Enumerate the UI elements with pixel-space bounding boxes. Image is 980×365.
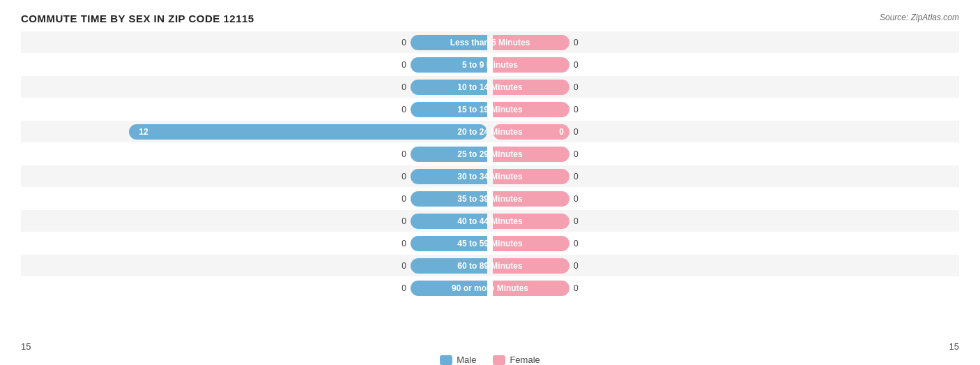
right-section: 0 bbox=[490, 165, 959, 187]
left-section: 0 bbox=[21, 232, 490, 254]
female-value-out: 0 bbox=[574, 239, 586, 248]
chart-row: 0060 to 89 Minutes bbox=[21, 255, 959, 276]
left-section: 0 bbox=[21, 165, 490, 187]
female-value-out: 0 bbox=[574, 216, 586, 226]
right-section: 0 bbox=[490, 277, 959, 299]
female-bar bbox=[493, 80, 569, 95]
right-section: 0 bbox=[490, 76, 959, 98]
right-section: 0 bbox=[490, 232, 959, 254]
chart-row: 0040 to 44 Minutes bbox=[21, 210, 959, 232]
male-value-out: 0 bbox=[394, 60, 406, 70]
female-bar bbox=[493, 35, 569, 50]
left-section: 0 bbox=[21, 54, 490, 75]
female-value-out: 0 bbox=[574, 172, 586, 181]
male-bar bbox=[411, 258, 487, 274]
legend-female-label: Female bbox=[510, 355, 539, 365]
male-bar bbox=[411, 214, 487, 229]
left-section: 0 bbox=[21, 98, 490, 120]
male-value: 12 bbox=[136, 127, 148, 137]
right-section: 0 bbox=[490, 31, 959, 53]
right-section: 0 bbox=[490, 54, 959, 75]
chart-row: 0045 to 59 Minutes bbox=[21, 232, 959, 254]
legend-male-label: Male bbox=[457, 355, 476, 365]
male-value-out: 0 bbox=[394, 261, 406, 271]
chart-row: 0035 to 39 Minutes bbox=[21, 188, 959, 209]
chart-row: 005 to 9 Minutes bbox=[21, 54, 959, 75]
male-value-out: 0 bbox=[394, 149, 406, 159]
chart-row: 120020 to 24 Minutes bbox=[21, 121, 959, 142]
left-section: 0 bbox=[21, 188, 490, 209]
female-bar bbox=[493, 147, 569, 162]
chart-row: 0010 to 14 Minutes bbox=[21, 76, 959, 98]
male-value-out: 0 bbox=[394, 283, 406, 293]
chart-area: 00Less than 5 Minutes005 to 9 Minutes001… bbox=[21, 31, 959, 321]
left-section: 0 bbox=[21, 31, 490, 53]
legend: Male Female bbox=[21, 355, 959, 365]
female-value-out: 0 bbox=[574, 60, 586, 70]
left-section: 12 bbox=[21, 121, 490, 142]
bottom-area: 15 15 Male Female bbox=[21, 337, 959, 365]
legend-male: Male bbox=[440, 355, 476, 365]
male-value-out: 0 bbox=[394, 172, 406, 181]
left-section: 0 bbox=[21, 76, 490, 98]
axis-right: 15 bbox=[949, 341, 959, 352]
female-value-out: 0 bbox=[574, 127, 586, 137]
female-bar bbox=[493, 236, 569, 251]
chart-row: 0015 to 19 Minutes bbox=[21, 98, 959, 120]
male-bar bbox=[411, 191, 487, 207]
legend-female: Female bbox=[493, 355, 539, 365]
legend-female-box bbox=[493, 355, 505, 365]
female-value-out: 0 bbox=[574, 38, 586, 47]
left-section: 0 bbox=[21, 255, 490, 276]
female-value: 0 bbox=[559, 127, 564, 137]
source-label: Source: ZipAtlas.com bbox=[880, 13, 959, 22]
right-section: 0 bbox=[490, 188, 959, 209]
male-value-out: 0 bbox=[394, 216, 406, 226]
female-bar bbox=[493, 169, 569, 184]
left-section: 0 bbox=[21, 210, 490, 232]
male-bar bbox=[411, 236, 487, 251]
male-value-out: 0 bbox=[394, 194, 406, 204]
male-bar bbox=[411, 169, 487, 184]
female-value-out: 0 bbox=[574, 82, 586, 92]
male-bar bbox=[411, 102, 487, 117]
male-bar: 12 bbox=[129, 124, 487, 140]
chart-row: 0025 to 29 Minutes bbox=[21, 143, 959, 165]
axis-left: 15 bbox=[21, 341, 31, 352]
chart-row: 0030 to 34 Minutes bbox=[21, 165, 959, 187]
male-value-out: 0 bbox=[394, 105, 406, 114]
female-value-out: 0 bbox=[574, 105, 586, 114]
chart-row: 0090 or more Minutes bbox=[21, 277, 959, 299]
chart-container: COMMUTE TIME BY SEX IN ZIP CODE 12115 So… bbox=[0, 0, 980, 365]
female-bar bbox=[493, 214, 569, 229]
female-value-out: 0 bbox=[574, 283, 586, 293]
female-value-out: 0 bbox=[574, 261, 586, 271]
female-bar bbox=[493, 191, 569, 207]
right-section: 0 bbox=[490, 210, 959, 232]
female-bar bbox=[493, 258, 569, 274]
male-bar bbox=[411, 57, 487, 73]
male-value-out: 0 bbox=[394, 82, 406, 92]
legend-male-box bbox=[440, 355, 452, 365]
female-value-out: 0 bbox=[574, 194, 586, 204]
axis-labels: 15 15 bbox=[21, 341, 959, 352]
male-bar bbox=[411, 147, 487, 162]
male-value-out: 0 bbox=[394, 239, 406, 248]
chart-title: COMMUTE TIME BY SEX IN ZIP CODE 12115 bbox=[21, 13, 959, 24]
female-bar bbox=[493, 102, 569, 117]
right-section: 0 bbox=[490, 98, 959, 120]
female-bar bbox=[493, 281, 569, 296]
male-bar bbox=[411, 281, 487, 296]
male-bar bbox=[411, 80, 487, 95]
left-section: 0 bbox=[21, 143, 490, 165]
male-value-out: 0 bbox=[394, 38, 406, 47]
female-bar bbox=[493, 57, 569, 73]
right-section: 0 bbox=[490, 143, 959, 165]
left-section: 0 bbox=[21, 277, 490, 299]
female-value-out: 0 bbox=[574, 149, 586, 159]
male-bar bbox=[411, 35, 487, 50]
right-section: 0 bbox=[490, 255, 959, 276]
female-bar: 0 bbox=[493, 124, 569, 140]
chart-row: 00Less than 5 Minutes bbox=[21, 31, 959, 53]
right-section: 00 bbox=[490, 121, 959, 142]
